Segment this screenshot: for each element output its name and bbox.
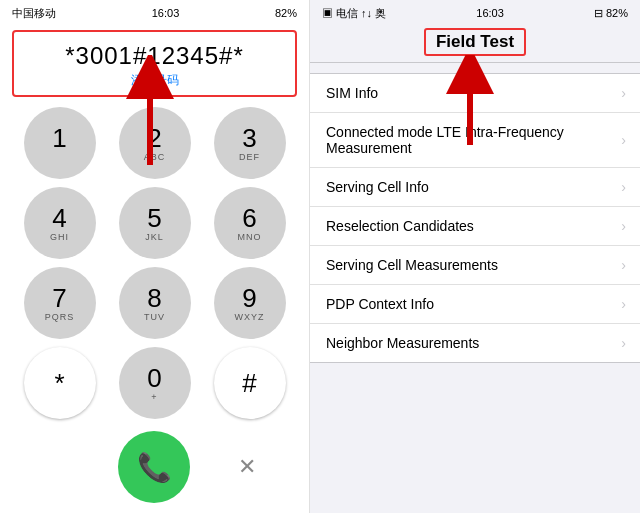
dialer-panel: 中国移动 16:03 82% *3001#12345#* 添加号码 1 2 AB… xyxy=(0,0,310,513)
menu-list: SIM Info › Connected mode LTE Intra-Freq… xyxy=(310,73,640,363)
carrier-label: 中国移动 xyxy=(12,6,56,21)
battery-right: ⊟ 82% xyxy=(594,7,628,20)
key-9[interactable]: 9 WXYZ xyxy=(214,267,286,339)
key-hash[interactable]: # xyxy=(214,347,286,419)
bottom-actions: 📞 ✕ xyxy=(0,425,309,513)
chevron-icon: › xyxy=(621,85,626,101)
phone-icon: 📞 xyxy=(137,451,172,484)
menu-item-serving-measurements-label: Serving Cell Measurements xyxy=(326,257,498,273)
key-1[interactable]: 1 xyxy=(24,107,96,179)
chevron-icon: › xyxy=(621,257,626,273)
status-bar-right: ▣ 电信 ↑↓ 奥 16:03 ⊟ 82% xyxy=(310,0,640,24)
menu-item-neighbor-label: Neighbor Measurements xyxy=(326,335,479,351)
call-button[interactable]: 📞 xyxy=(118,431,190,503)
key-0[interactable]: 0 + xyxy=(119,347,191,419)
key-4[interactable]: 4 GHI xyxy=(24,187,96,259)
key-7[interactable]: 7 PQRS xyxy=(24,267,96,339)
menu-item-neighbor[interactable]: Neighbor Measurements › xyxy=(310,324,640,362)
menu-item-lte-freq-label: Connected mode LTE Intra-Frequency Measu… xyxy=(326,124,621,156)
menu-item-reselection[interactable]: Reselection Candidates › xyxy=(310,207,640,246)
time-left: 16:03 xyxy=(152,7,180,19)
key-star[interactable]: * xyxy=(24,347,96,419)
empty-slot-left xyxy=(26,431,98,503)
red-arrow-left xyxy=(100,55,200,175)
chevron-icon: › xyxy=(621,296,626,312)
delete-button[interactable]: ✕ xyxy=(211,431,283,503)
chevron-icon: › xyxy=(621,218,626,234)
menu-item-lte-freq[interactable]: Connected mode LTE Intra-Frequency Measu… xyxy=(310,113,640,168)
chevron-icon: › xyxy=(621,335,626,351)
field-test-panel: ▣ 电信 ↑↓ 奥 16:03 ⊟ 82% Field Test SIM Inf… xyxy=(310,0,640,513)
chevron-icon: › xyxy=(621,179,626,195)
menu-item-pdp-label: PDP Context Info xyxy=(326,296,434,312)
menu-item-pdp[interactable]: PDP Context Info › xyxy=(310,285,640,324)
key-3[interactable]: 3 DEF xyxy=(214,107,286,179)
status-bar-left: 中国移动 16:03 82% xyxy=(0,0,309,24)
menu-item-sim-info-label: SIM Info xyxy=(326,85,378,101)
menu-item-reselection-label: Reselection Candidates xyxy=(326,218,474,234)
key-6[interactable]: 6 MNO xyxy=(214,187,286,259)
nav-bar: Field Test xyxy=(310,24,640,63)
key-5[interactable]: 5 JKL xyxy=(119,187,191,259)
battery-left: 82% xyxy=(275,7,297,19)
page-title: Field Test xyxy=(424,28,526,56)
menu-item-serving-cell-info-label: Serving Cell Info xyxy=(326,179,429,195)
menu-item-serving-cell-info[interactable]: Serving Cell Info › xyxy=(310,168,640,207)
key-8[interactable]: 8 TUV xyxy=(119,267,191,339)
menu-item-sim-info[interactable]: SIM Info › xyxy=(310,74,640,113)
time-right: 16:03 xyxy=(476,7,504,19)
delete-icon: ✕ xyxy=(238,454,256,480)
chevron-icon: › xyxy=(621,132,626,148)
menu-item-serving-measurements[interactable]: Serving Cell Measurements › xyxy=(310,246,640,285)
signal-icons: ▣ 电信 ↑↓ 奥 xyxy=(322,6,386,21)
